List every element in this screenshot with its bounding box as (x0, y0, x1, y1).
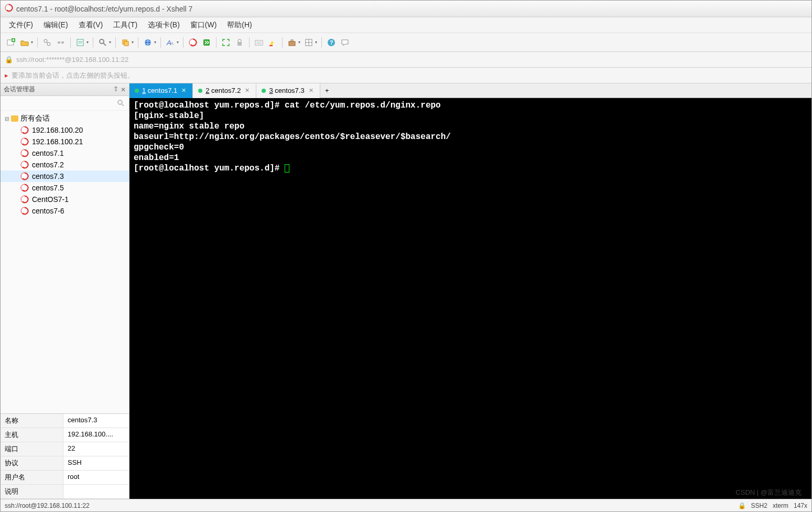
xshell-icon[interactable] (187, 36, 199, 49)
prop-host-key: 主机 (1, 428, 63, 442)
keyboard-icon[interactable] (253, 36, 265, 49)
highlight-icon[interactable] (266, 36, 279, 49)
session-item[interactable]: centos7-6 (1, 205, 129, 217)
terminal[interactable]: [root@localhost yum.repos.d]# cat /etc/y… (129, 98, 811, 499)
status-term: xterm (773, 502, 788, 509)
session-tree: ⊟ 所有会话 192.168.100.20192.168.100.21cento… (1, 111, 129, 413)
prop-name-key: 名称 (1, 414, 63, 428)
dropdown-icon[interactable]: ▾ (298, 40, 300, 45)
close-tab-icon[interactable]: ✕ (180, 87, 187, 94)
menu-window[interactable]: 窗口(W) (186, 18, 221, 32)
session-icon (20, 126, 29, 134)
menu-view[interactable]: 查看(V) (74, 18, 107, 32)
copy-icon[interactable] (119, 36, 132, 49)
session-item[interactable]: 192.168.100.21 (1, 136, 129, 147)
session-item[interactable]: centos7.3 (1, 170, 129, 182)
session-item[interactable]: centos7.5 (1, 182, 129, 194)
reconnect-icon[interactable] (41, 36, 53, 49)
feedback-icon[interactable] (339, 36, 351, 49)
collapse-icon[interactable]: ⊟ (5, 116, 9, 122)
tab-label: 2 centos7.2 (205, 87, 241, 94)
tab[interactable]: 2 centos7.2✕ (193, 83, 256, 98)
session-item[interactable]: centos7.2 (1, 159, 129, 170)
main-area: 1 centos7.1✕2 centos7.2✕3 centos7.3✕ + [… (129, 83, 811, 499)
fullscreen-icon[interactable] (220, 36, 232, 49)
session-label: CentOS7-1 (32, 195, 69, 204)
menu-edit[interactable]: 编辑(E) (39, 18, 72, 32)
lock-icon[interactable] (233, 36, 246, 49)
separator (183, 37, 183, 48)
addressbar: 🔒 ssh://root:*******@192.168.100.11:22 (1, 52, 811, 68)
menu-tab[interactable]: 选项卡(B) (144, 18, 184, 32)
session-label: centos7.2 (32, 161, 64, 169)
sidebar-search[interactable] (1, 96, 129, 111)
globe-icon[interactable] (142, 36, 154, 49)
dropdown-icon[interactable]: ▾ (132, 40, 134, 45)
session-icon (20, 149, 29, 157)
separator (321, 37, 322, 48)
layout-icon[interactable] (302, 36, 315, 49)
help-icon[interactable]: ? (325, 36, 338, 49)
tab[interactable]: 1 centos7.1✕ (129, 83, 193, 98)
hint-text: 要添加当前会话，点击左侧的箭头按钮。 (12, 71, 134, 80)
open-session-icon[interactable] (18, 36, 31, 49)
prop-user-val: root (63, 471, 129, 484)
close-tab-icon[interactable]: ✕ (308, 87, 315, 94)
pin-icon[interactable] (113, 86, 118, 93)
dropdown-icon[interactable]: ▾ (109, 40, 111, 45)
menu-help[interactable]: 帮助(H) (223, 18, 256, 32)
status-left: ssh://root@192.168.100.11:22 (5, 502, 90, 509)
new-session-icon[interactable] (5, 36, 17, 49)
tree-root[interactable]: ⊟ 所有会话 (1, 113, 129, 124)
separator (138, 37, 138, 48)
svg-rect-14 (124, 41, 128, 46)
address-url[interactable]: ssh://root:*******@192.168.100.11:22 (16, 56, 128, 63)
session-label: centos7.1 (32, 149, 64, 157)
close-tab-icon[interactable]: ✕ (244, 87, 251, 94)
svg-rect-23 (255, 40, 263, 45)
session-item[interactable]: CentOS7-1 (1, 194, 129, 205)
dropdown-icon[interactable]: ▾ (86, 40, 89, 45)
menu-file[interactable]: 文件(F) (5, 18, 37, 32)
svg-rect-7 (61, 41, 64, 44)
session-item[interactable]: centos7.1 (1, 147, 129, 159)
svg-rect-27 (289, 41, 295, 46)
session-icon (20, 172, 29, 180)
search-icon[interactable] (96, 36, 109, 49)
search-icon[interactable] (117, 100, 125, 107)
session-label: 192.168.100.20 (32, 126, 83, 134)
font-icon[interactable]: AA (164, 36, 177, 49)
svg-text:?: ? (330, 39, 333, 46)
menu-tools[interactable]: 工具(T) (109, 18, 142, 32)
prop-proto-key: 协议 (1, 456, 63, 470)
tab-label: 3 centos7.3 (269, 87, 304, 94)
toolbox-icon[interactable] (286, 36, 298, 49)
separator (216, 37, 216, 48)
properties-icon[interactable] (74, 36, 86, 49)
tab[interactable]: 3 centos7.3✕ (256, 83, 320, 98)
dropdown-icon[interactable]: ▾ (315, 40, 317, 45)
session-item[interactable]: 192.168.100.20 (1, 124, 129, 136)
separator (249, 37, 250, 48)
disconnect-icon[interactable] (55, 36, 67, 49)
statusbar: ssh://root@192.168.100.11:22 🔒 SSH2 xter… (1, 499, 811, 511)
menubar: 文件(F) 编辑(E) 查看(V) 工具(T) 选项卡(B) 窗口(W) 帮助(… (1, 17, 811, 33)
dropdown-icon[interactable]: ▾ (177, 40, 179, 45)
svg-rect-28 (291, 40, 293, 41)
dropdown-icon[interactable]: ▾ (154, 40, 156, 45)
sidebar-title: 会话管理器 (4, 85, 35, 94)
session-icon (20, 137, 29, 146)
xftp-icon[interactable] (200, 36, 213, 49)
svg-line-35 (122, 104, 124, 106)
add-tab-button[interactable]: + (320, 87, 334, 94)
dropdown-icon[interactable]: ▾ (31, 40, 33, 45)
session-label: centos7.3 (32, 172, 64, 180)
prop-proto-val: SSH (63, 456, 129, 470)
close-icon[interactable]: ✕ (121, 86, 126, 93)
svg-rect-8 (77, 39, 83, 46)
session-manager-panel: 会话管理器 ✕ ⊟ 所有会话 192.168.100.20192.168.100… (1, 83, 129, 499)
status-ssh: SSH2 (751, 502, 767, 509)
toolbar: ▾ ▾ ▾ ▾ ▾ AA▾ ▾ ▾ ? (1, 33, 811, 52)
prop-desc-key: 说明 (1, 485, 63, 498)
session-icon (20, 184, 29, 192)
